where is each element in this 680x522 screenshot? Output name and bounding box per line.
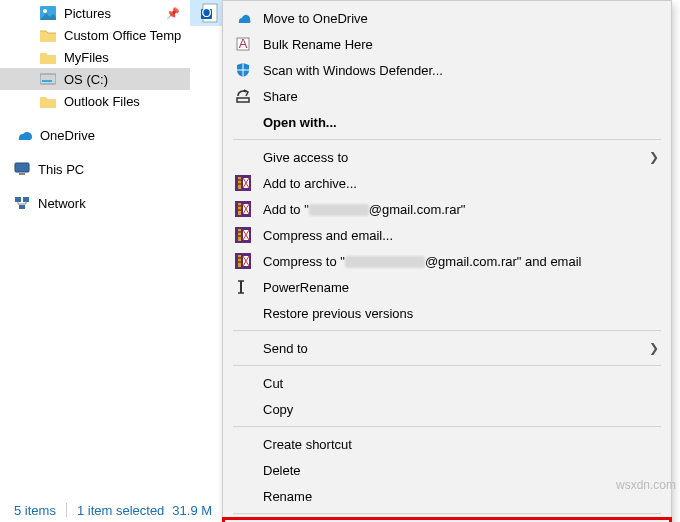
network-icon bbox=[14, 196, 30, 210]
menu-item-restore-previous-versions[interactable]: Restore previous versions bbox=[223, 300, 671, 326]
menu-item-create-shortcut[interactable]: Create shortcut bbox=[223, 431, 671, 457]
nav-item-custom-office[interactable]: Custom Office Temp bbox=[0, 24, 190, 46]
menu-item-send-to[interactable]: Send to❯ bbox=[223, 335, 671, 361]
svg-rect-7 bbox=[23, 197, 29, 202]
menu-item-compress-to[interactable]: Compress to "@gmail.com.rar" and email bbox=[223, 248, 671, 274]
chevron-right-icon: ❯ bbox=[649, 341, 659, 355]
menu-item-scan-with-windows-defender[interactable]: Scan with Windows Defender... bbox=[223, 57, 671, 83]
status-separator bbox=[66, 503, 67, 517]
svg-rect-17 bbox=[238, 179, 241, 181]
onedrive-sm-icon bbox=[233, 8, 253, 28]
chevron-right-icon: ❯ bbox=[649, 150, 659, 164]
svg-rect-32 bbox=[238, 257, 241, 259]
blank-icon bbox=[233, 460, 253, 480]
menu-item-compress-and-email[interactable]: Compress and email... bbox=[223, 222, 671, 248]
menu-label: Bulk Rename Here bbox=[263, 37, 659, 52]
powerrename-icon bbox=[233, 277, 253, 297]
nav-item-os-c[interactable]: OS (C:) bbox=[0, 68, 190, 90]
svg-rect-14 bbox=[237, 98, 249, 102]
blank-icon bbox=[233, 303, 253, 323]
redacted-text bbox=[309, 204, 369, 216]
menu-separator bbox=[233, 330, 661, 331]
onedrive-icon bbox=[14, 129, 32, 141]
outlook-file-icon: O bbox=[201, 3, 219, 23]
rename-icon: A bbox=[233, 34, 253, 54]
menu-label: Cut bbox=[263, 376, 659, 391]
rar-icon bbox=[233, 173, 253, 193]
menu-label: Add to "@gmail.com.rar" bbox=[263, 202, 659, 217]
pictures-icon bbox=[40, 6, 56, 20]
nav-label: Network bbox=[38, 196, 86, 211]
menu-label: PowerRename bbox=[263, 280, 659, 295]
folder-icon bbox=[40, 51, 56, 64]
menu-label: Copy bbox=[263, 402, 659, 417]
rar-icon bbox=[233, 225, 253, 245]
rar-icon bbox=[233, 251, 253, 271]
svg-rect-6 bbox=[15, 197, 21, 202]
nav-pane: Pictures 📌 Custom Office Temp MyFiles OS… bbox=[0, 0, 190, 490]
nav-label: This PC bbox=[38, 162, 84, 177]
nav-item-pictures[interactable]: Pictures 📌 bbox=[0, 2, 190, 24]
nav-label: Outlook Files bbox=[64, 94, 140, 109]
redacted-text bbox=[345, 256, 425, 268]
menu-label: Share bbox=[263, 89, 659, 104]
svg-rect-5 bbox=[19, 173, 25, 175]
status-selected: 1 item selected bbox=[77, 503, 164, 518]
menu-item-cut[interactable]: Cut bbox=[223, 370, 671, 396]
menu-label: Open with... bbox=[263, 115, 659, 130]
share-icon bbox=[233, 86, 253, 106]
nav-root-thispc[interactable]: This PC bbox=[0, 158, 190, 180]
nav-item-outlook-files[interactable]: Outlook Files bbox=[0, 90, 190, 112]
menu-item-give-access-to[interactable]: Give access to❯ bbox=[223, 144, 671, 170]
menu-label: Move to OneDrive bbox=[263, 11, 659, 26]
pin-icon: 📌 bbox=[166, 7, 180, 20]
svg-rect-3 bbox=[42, 80, 52, 82]
status-bar: 5 items 1 item selected 31.9 M bbox=[0, 498, 680, 522]
nav-root-onedrive[interactable]: OneDrive bbox=[0, 124, 190, 146]
nav-root-network[interactable]: Network bbox=[0, 192, 190, 214]
menu-item-add-to[interactable]: Add to "@gmail.com.rar" bbox=[223, 196, 671, 222]
blank-icon bbox=[233, 112, 253, 132]
menu-label: Add to archive... bbox=[263, 176, 659, 191]
blank-icon bbox=[233, 434, 253, 454]
nav-label: OS (C:) bbox=[64, 72, 108, 87]
svg-rect-35 bbox=[240, 281, 242, 293]
menu-separator bbox=[233, 139, 661, 140]
menu-label: Delete bbox=[263, 463, 659, 478]
menu-item-powerrename[interactable]: PowerRename bbox=[223, 274, 671, 300]
menu-item-copy[interactable]: Copy bbox=[223, 396, 671, 422]
nav-item-myfiles[interactable]: MyFiles bbox=[0, 46, 190, 68]
svg-rect-23 bbox=[238, 209, 241, 211]
menu-separator bbox=[233, 365, 661, 366]
nav-label: Custom Office Temp bbox=[64, 28, 181, 43]
svg-rect-8 bbox=[19, 205, 25, 209]
svg-rect-22 bbox=[238, 205, 241, 207]
menu-item-add-to-archive[interactable]: Add to archive... bbox=[223, 170, 671, 196]
folder-icon bbox=[40, 29, 56, 42]
folder-icon bbox=[40, 95, 56, 108]
menu-label: Compress and email... bbox=[263, 228, 659, 243]
nav-label: OneDrive bbox=[40, 128, 95, 143]
svg-rect-33 bbox=[238, 261, 241, 263]
nav-label: MyFiles bbox=[64, 50, 109, 65]
menu-label: Create shortcut bbox=[263, 437, 659, 452]
menu-label: Compress to "@gmail.com.rar" and email bbox=[263, 254, 659, 269]
nav-label: Pictures bbox=[64, 6, 111, 21]
menu-item-share[interactable]: Share bbox=[223, 83, 671, 109]
thispc-icon bbox=[14, 162, 30, 176]
blank-icon bbox=[233, 147, 253, 167]
svg-rect-18 bbox=[238, 183, 241, 185]
drive-icon bbox=[40, 73, 56, 85]
menu-item-move-to-onedrive[interactable]: Move to OneDrive bbox=[223, 5, 671, 31]
menu-item-bulk-rename-here[interactable]: ABulk Rename Here bbox=[223, 31, 671, 57]
menu-label: Send to bbox=[263, 341, 649, 356]
blank-icon bbox=[233, 399, 253, 419]
context-menu: Move to OneDriveABulk Rename HereScan wi… bbox=[222, 0, 672, 522]
menu-item-open-with[interactable]: Open with... bbox=[223, 109, 671, 135]
menu-item-delete[interactable]: Delete bbox=[223, 457, 671, 483]
status-size: 31.9 M bbox=[172, 503, 212, 518]
svg-point-1 bbox=[43, 9, 47, 13]
menu-label: Give access to bbox=[263, 150, 649, 165]
defender-icon bbox=[233, 60, 253, 80]
blank-icon bbox=[233, 373, 253, 393]
